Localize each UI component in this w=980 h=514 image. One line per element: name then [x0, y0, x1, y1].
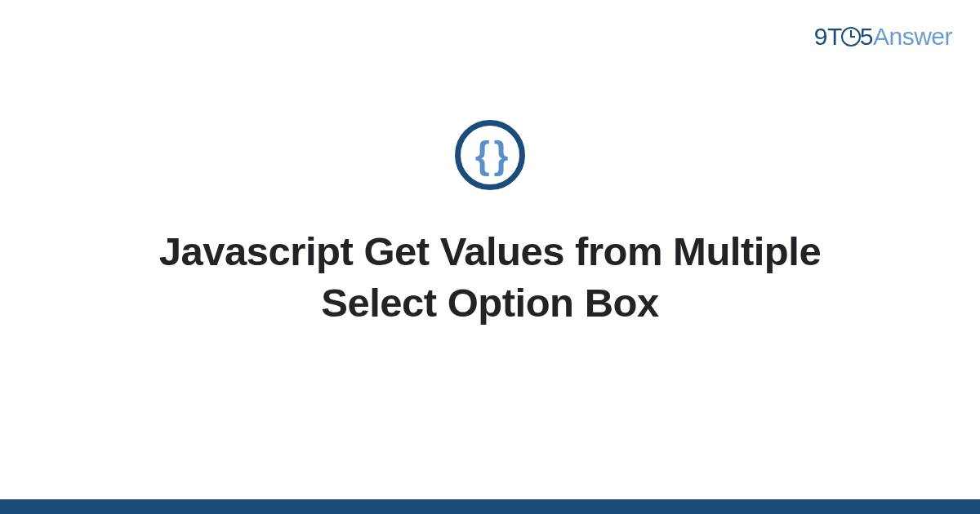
braces-icon: { }	[475, 136, 506, 174]
page-title: Javascript Get Values from Multiple Sele…	[122, 226, 858, 328]
footer-bar	[0, 499, 980, 514]
main-content: { } Javascript Get Values from Multiple …	[0, 0, 980, 514]
code-badge-icon: { }	[455, 120, 525, 190]
